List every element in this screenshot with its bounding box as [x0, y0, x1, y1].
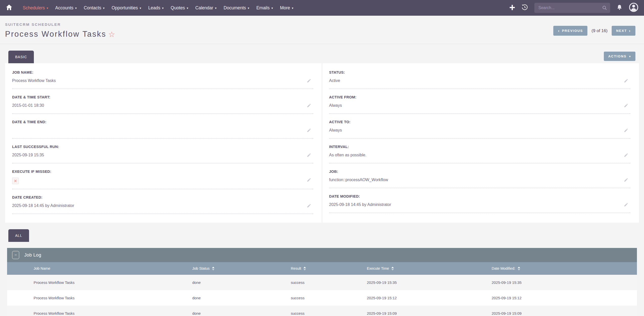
chevron-down-icon: ▾ [162, 6, 164, 10]
nav-item-quotes[interactable]: Quotes ▾ [167, 0, 192, 16]
edit-pencil-icon[interactable] [307, 103, 311, 109]
nav-item-label: Documents [224, 5, 246, 11]
chevron-down-icon: ▾ [140, 6, 141, 10]
page-title: Process Workflow Tasks ☆ [5, 30, 116, 39]
job-log-table: Job Name Job Status Result Ex [7, 262, 637, 316]
search-input[interactable] [534, 3, 610, 13]
field-label: ACTIVE FROM: [329, 95, 631, 99]
edit-pencil-icon[interactable] [307, 203, 311, 209]
record-pagination: ‹ PREVIOUS (9 of 16) NEXT › [553, 26, 635, 36]
history-icon [521, 4, 528, 12]
table-row: Process Workflow Tasks done success 2025… [7, 290, 637, 306]
tab-all[interactable]: ALL [8, 229, 29, 242]
table-header-row: Job Name Job Status Result Ex [7, 262, 637, 275]
nav-item-emails[interactable]: Emails ▾ [253, 0, 277, 16]
field-label: EXECUTE IF MISSED: [12, 170, 313, 174]
actions-button[interactable]: ACTIONS ▾ [604, 52, 635, 61]
field-label: JOB: [329, 170, 631, 174]
edit-pencil-icon[interactable] [624, 153, 628, 158]
cell-job-name: Process Workflow Tasks [7, 290, 192, 306]
field-date-modified: DATE MODIFIED: 2025-09-18 14:45 by Admin… [329, 194, 631, 213]
chevron-down-icon: ▾ [248, 6, 249, 10]
field-last-successful-run: LAST SUCCESSFUL RUN: 2025-09-19 15:35 [12, 145, 313, 163]
collapse-panel-button[interactable]: − [12, 251, 19, 259]
search-icon[interactable] [602, 5, 607, 11]
field-label: DATE & TIME START: [12, 95, 313, 99]
nav-item-label: Contacts [84, 5, 101, 11]
field-value-row: Always [329, 103, 631, 109]
field-value-row: × [12, 178, 313, 184]
edit-pencil-icon[interactable] [624, 103, 628, 109]
navbar-right-tools: + [509, 3, 638, 13]
cell-execute-time: 2025-09-19 15:12 [367, 290, 492, 306]
field-value: Process Workflow Tasks [12, 78, 56, 83]
cell-result: success [291, 290, 367, 306]
column-header-job-name: Job Name [7, 262, 192, 275]
recently-viewed-button[interactable] [521, 4, 528, 12]
nav-item-accounts[interactable]: Accounts ▾ [52, 0, 80, 16]
cell-job-name: Process Workflow Tasks [7, 306, 192, 316]
column-header-date-modified[interactable]: Date Modified: [492, 262, 637, 275]
record-header-left: SUITECRM SCHEDULER Process Workflow Task… [5, 22, 116, 39]
field-value: As often as possible. [329, 153, 367, 157]
edit-pencil-icon[interactable] [307, 153, 311, 158]
nav-item-label: Leads [148, 5, 160, 11]
field-value: function::processAOW_Workflow [329, 178, 388, 182]
field-value-row: function::processAOW_Workflow [329, 178, 631, 183]
sort-icon[interactable] [391, 267, 394, 270]
edit-pencil-icon[interactable] [624, 202, 628, 208]
quick-create-button[interactable]: + [509, 3, 515, 12]
sort-icon[interactable] [518, 267, 520, 270]
field-value-row: Process Workflow Tasks [12, 78, 313, 84]
column-label: Execute Time [367, 266, 389, 270]
field-job-name: JOB NAME: Process Workflow Tasks [12, 70, 313, 89]
sort-icon[interactable] [212, 267, 214, 270]
edit-pencil-icon[interactable] [307, 78, 311, 84]
notifications-button[interactable] [616, 4, 623, 12]
nav-item-documents[interactable]: Documents ▾ [220, 0, 253, 16]
nav-item-label: Quotes [171, 5, 185, 11]
edit-pencil-icon[interactable] [307, 128, 311, 134]
nav-item-label: More [280, 5, 290, 11]
chevron-down-icon: ▾ [271, 6, 273, 10]
module-label: SUITECRM SCHEDULER [5, 22, 116, 27]
edit-pencil-icon[interactable] [624, 178, 628, 183]
home-button[interactable] [6, 4, 13, 12]
cell-job-status: done [192, 290, 291, 306]
nav-item-calendar[interactable]: Calendar ▾ [192, 0, 220, 16]
detail-column-right: STATUS: Active ACTIVE FROM: Always ACTIV… [322, 63, 639, 223]
next-button[interactable]: NEXT › [612, 26, 635, 36]
nav-item-contacts[interactable]: Contacts ▾ [80, 0, 108, 16]
previous-button[interactable]: ‹ PREVIOUS [553, 26, 587, 36]
field-value: 2025-09-19 15:35 [12, 153, 44, 157]
favorite-star-icon[interactable]: ☆ [108, 30, 116, 39]
nav-item-schedulers[interactable]: Schedulers ▾ [19, 0, 52, 16]
sort-icon[interactable] [303, 267, 306, 270]
nav-item-opportunities[interactable]: Opportunities ▾ [108, 0, 145, 16]
column-label: Job Status [192, 266, 210, 270]
field-value-row: 2025-09-18 14:45 by Administrator [12, 203, 313, 209]
chevron-right-icon: › [629, 29, 631, 33]
cell-date-modified: 2025-09-19 15:12 [492, 290, 637, 306]
field-value-row [12, 128, 313, 134]
nav-item-more[interactable]: More ▾ [276, 0, 297, 16]
chevron-down-icon: ▾ [292, 6, 293, 10]
column-header-result[interactable]: Result [291, 262, 367, 275]
field-value-row: 2025-09-18 14:45 by Administrator [329, 202, 631, 208]
nav-item-label: Calendar [195, 5, 213, 11]
nav-item-leads[interactable]: Leads ▾ [145, 0, 167, 16]
column-header-job-status[interactable]: Job Status [192, 262, 291, 275]
edit-pencil-icon[interactable] [307, 178, 311, 183]
next-label: NEXT [616, 29, 627, 33]
job-log-title: Job Log [24, 252, 41, 258]
user-menu-button[interactable] [629, 3, 638, 13]
detail-toolbar: BASIC ACTIONS ▾ [0, 44, 644, 63]
cell-job-status: done [192, 306, 291, 316]
tab-basic[interactable]: BASIC [8, 51, 34, 63]
cell-job-status: done [192, 275, 291, 290]
checkbox-unchecked-icon: × [12, 178, 19, 184]
field-value-row: Always [329, 128, 631, 134]
column-header-execute-time[interactable]: Execute Time [367, 262, 492, 275]
edit-pencil-icon[interactable] [624, 78, 628, 84]
edit-pencil-icon[interactable] [624, 128, 628, 134]
